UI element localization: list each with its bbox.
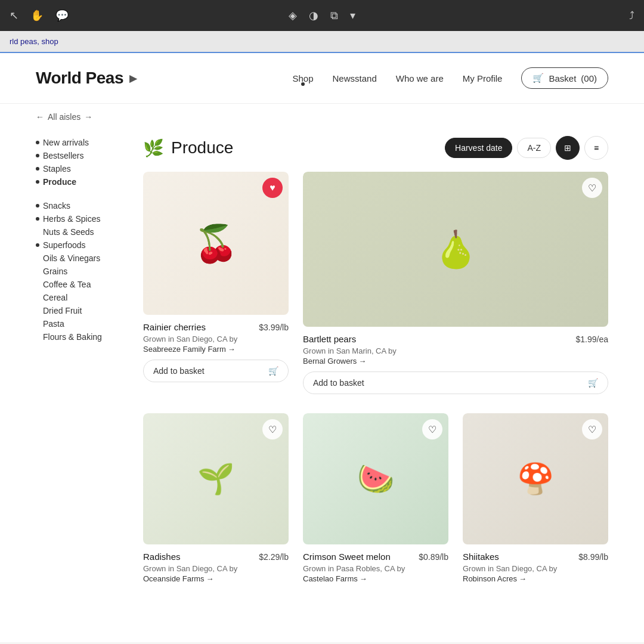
shop-layout: New arrivals Bestsellers Staples Produce	[0, 136, 644, 594]
product-name-cherries: Rainier cherries	[143, 322, 206, 332]
sidebar-label: Coffee & Tea	[43, 280, 91, 289]
wishlist-cherries-button[interactable]: ♥	[262, 178, 283, 198]
product-name-row-melon: Crimson Sweet melon $0.89/lb	[303, 552, 448, 562]
basket-small-icon: 🛒	[588, 378, 598, 388]
nav-shop[interactable]: Shop	[292, 73, 313, 83]
layers-icon[interactable]: ⧉	[330, 10, 338, 22]
bullet-icon	[36, 217, 39, 221]
url-bar[interactable]: rld peas, shop	[0, 31, 644, 53]
sidebar-item-cereal[interactable]: Cereal	[43, 291, 119, 304]
nav-newsstand[interactable]: Newsstand	[333, 73, 377, 83]
sort-controls: Harvest date A-Z ⊞ ≡	[445, 136, 608, 160]
product-info-melon: Crimson Sweet melon $0.89/lb Grown in Pa…	[303, 544, 448, 594]
product-farm-link-cherries[interactable]: Seabreeze Family Farm →	[143, 345, 289, 354]
produce-plant-icon: 🌿	[143, 138, 164, 158]
sidebar-item-produce[interactable]: Produce	[36, 175, 119, 188]
sidebar: New arrivals Bestsellers Staples Produce	[36, 136, 119, 594]
add-basket-pears-button[interactable]: Add to basket 🛒	[303, 371, 608, 394]
forward-arrow-icon[interactable]: →	[84, 112, 92, 122]
sidebar-item-oils-vinegars[interactable]: Oils & Vinegars	[43, 252, 119, 265]
sidebar-item-coffee-tea[interactable]: Coffee & Tea	[43, 278, 119, 291]
product-image-radishes: 🌱 ♡	[143, 413, 289, 544]
sidebar-label: Flours & Baking	[43, 332, 102, 342]
dropdown-icon[interactable]: ▾	[350, 9, 355, 22]
sidebar-item-dried-fruit[interactable]: Dried Fruit	[43, 304, 119, 317]
section-title-text: Produce	[171, 138, 233, 157]
sidebar-item-superfoods[interactable]: Superfoods	[36, 239, 119, 252]
contrast-icon[interactable]: ◑	[309, 9, 318, 22]
product-grown-shiitakes: Grown in San Diego, CA by	[463, 564, 608, 573]
basket-small-icon: 🛒	[268, 366, 278, 376]
wishlist-pears-button[interactable]: ♡	[582, 178, 602, 198]
sidebar-item-staples[interactable]: Staples	[36, 162, 119, 175]
product-name-row-cherries: Rainier cherries $3.99/lb	[143, 322, 289, 332]
product-card-radishes: 🌱 ♡ Radishes $2.29/lb Grown in San Diego…	[143, 413, 289, 594]
main-content: World Peas ▶ Shop Newsstand Who we are M…	[0, 53, 644, 642]
view-list-button[interactable]: ≡	[584, 136, 608, 160]
sidebar-label: Bestsellers	[43, 151, 83, 160]
sidebar-item-bestsellers[interactable]: Bestsellers	[36, 149, 119, 162]
nav-who-we-are[interactable]: Who we are	[396, 73, 444, 83]
product-farm-link-radishes[interactable]: Oceanside Farms →	[143, 574, 289, 583]
wishlist-melon-button[interactable]: ♡	[422, 419, 442, 439]
sidebar-item-snacks[interactable]: Snacks	[36, 199, 119, 212]
product-price-shiitakes: $8.99/lb	[578, 552, 608, 562]
logo[interactable]: World Peas ▶	[36, 69, 136, 88]
product-farm-link-melon[interactable]: Castelao Farms →	[303, 574, 448, 583]
sidebar-item-herbs-spices[interactable]: Herbs & Spices	[36, 212, 119, 225]
arrow-icon: →	[206, 574, 214, 583]
product-area: 🌿 Produce Harvest date A-Z ⊞ ≡	[143, 136, 608, 594]
sidebar-item-flours-baking[interactable]: Flours & Baking	[43, 330, 119, 343]
hand-icon[interactable]: ✋	[30, 9, 44, 22]
basket-label: Basket	[549, 73, 576, 83]
product-farm-link-pears[interactable]: Bernal Growers →	[303, 357, 608, 366]
product-info-shiitakes: Shiitakes $8.99/lb Grown in San Diego, C…	[463, 544, 608, 594]
arrow-icon: →	[358, 357, 366, 366]
share-icon[interactable]: ⤴	[629, 10, 634, 22]
sidebar-label: Snacks	[43, 201, 70, 210]
sidebar-item-new-arrivals[interactable]: New arrivals	[36, 136, 119, 149]
add-basket-cherries-button[interactable]: Add to basket 🛒	[143, 360, 289, 382]
sidebar-label: Dried Fruit	[43, 306, 82, 315]
product-grown-melon: Grown in Pasa Robles, CA by	[303, 564, 448, 573]
view-grid-button[interactable]: ⊞	[556, 136, 580, 160]
nav-profile[interactable]: My Profile	[463, 73, 503, 83]
product-info-pears: Bartlett pears $1.99/ea Grown in San Mar…	[303, 327, 608, 399]
sidebar-label: Herbs & Spices	[43, 214, 100, 224]
sidebar-item-pasta[interactable]: Pasta	[43, 317, 119, 330]
product-image-pears: 🍐 ♡	[303, 172, 608, 327]
sidebar-label: Cereal	[43, 293, 67, 302]
comment-icon[interactable]: 💬	[55, 9, 69, 22]
sidebar-item-grains[interactable]: Grains	[43, 265, 119, 278]
product-grown-radishes: Grown in San Diego, CA by	[143, 564, 289, 573]
breadcrumb: ← All aisles →	[0, 104, 644, 130]
product-name-pears: Bartlett pears	[303, 334, 356, 344]
list-icon: ≡	[594, 143, 599, 153]
basket-icon: 🛒	[532, 73, 544, 83]
product-card-melon: 🍉 ♡ Crimson Sweet melon $0.89/lb Grown i…	[303, 413, 448, 594]
cursor-icon[interactable]: ↖	[10, 9, 18, 22]
bullet-icon	[36, 154, 39, 157]
wishlist-shiitakes-button[interactable]: ♡	[582, 419, 602, 439]
basket-button[interactable]: 🛒 Basket (00)	[521, 67, 608, 89]
breadcrumb-text[interactable]: All aisles	[48, 112, 80, 122]
product-name-melon: Crimson Sweet melon	[303, 552, 391, 562]
toolbar-left-icons: ↖ ✋ 💬	[10, 9, 69, 22]
product-price-melon: $0.89/lb	[419, 552, 448, 562]
product-card-rainier-cherries: 🍒 ♥ Rainier cherries $3.99/lb Grown in S…	[143, 172, 289, 399]
sidebar-label: New arrivals	[43, 138, 89, 147]
bullet-icon	[36, 167, 39, 171]
diamond-icon[interactable]: ◈	[289, 9, 297, 22]
product-farm-link-shiitakes[interactable]: Robinson Acres →	[463, 574, 608, 583]
sidebar-label: Grains	[43, 267, 67, 276]
product-image-melon: 🍉 ♡	[303, 413, 448, 544]
sidebar-label: Nuts & Seeds	[43, 227, 94, 237]
product-info-radishes: Radishes $2.29/lb Grown in San Diego, CA…	[143, 544, 289, 594]
back-arrow-icon[interactable]: ←	[36, 112, 44, 122]
wishlist-radishes-button[interactable]: ♡	[262, 419, 283, 439]
sort-harvest-date[interactable]: Harvest date	[445, 138, 512, 158]
sidebar-label: Produce	[43, 177, 76, 187]
product-card-shiitakes: 🍄 ♡ Shiitakes $8.99/lb Grown in San Dieg…	[463, 413, 608, 594]
sort-a-z[interactable]: A-Z	[517, 138, 551, 158]
sidebar-item-nuts-seeds[interactable]: Nuts & Seeds	[43, 225, 119, 239]
